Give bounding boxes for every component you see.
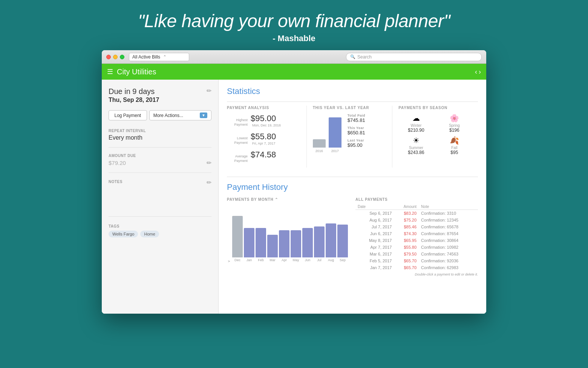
due-section: Due in 9 days Thu, Sep 28, 2017 ✏	[109, 87, 211, 103]
minimize-button[interactable]	[113, 55, 118, 59]
right-panel: Statistics PAYMENT ANALYSIS HighestPayme…	[219, 80, 486, 314]
lowest-amount: $55.80	[251, 132, 276, 142]
amount-due-section: AMOUNT DUE $79.20 ✏	[109, 154, 211, 173]
table-row[interactable]: Sep 6, 2017 $83.20 Confirmation: 3310	[355, 210, 478, 217]
monthly-bars-container: v Dec Jan	[227, 205, 349, 262]
amount-cell: $83.20	[394, 210, 419, 217]
spring-name: Spring	[437, 123, 472, 128]
bar-jun: Jun	[302, 228, 313, 262]
bar-apr: Apr	[279, 230, 289, 262]
summer-icon: ☀	[398, 136, 433, 145]
note-cell: Confirmation: 87654	[419, 230, 478, 237]
amount-cell: $55.80	[394, 244, 419, 251]
edit-due-icon[interactable]: ✏	[207, 87, 211, 94]
nav-title: City Utilities	[117, 68, 156, 76]
table-row[interactable]: Jul 7, 2017 $85.46 Confirmation: 65678	[355, 223, 478, 230]
note-cell: Confirmation: 65678	[419, 223, 478, 230]
sort-icon[interactable]: ⌃	[275, 197, 278, 202]
table-row[interactable]: Aug 6, 2017 $75.20 Confirmation: 12345	[355, 217, 478, 223]
more-actions-button[interactable]: More Actions... ▼	[149, 110, 211, 120]
bar-chart: 2016 2017	[313, 114, 341, 153]
due-info: Due in 9 days Thu, Sep 28, 2017	[109, 87, 159, 103]
bar-dec: Dec	[232, 216, 243, 262]
summer-name: Summer	[398, 146, 433, 150]
table-row[interactable]: May 8, 2017 $65.95 Confirmation: 30864	[355, 237, 478, 244]
summer-amount: $243.86	[398, 150, 433, 155]
note-cell: Confirmation: 12345	[419, 217, 478, 223]
bills-dropdown[interactable]: All Active Bills ⌃	[129, 53, 189, 61]
amount-cell: $65.70	[394, 257, 419, 264]
bar-label-2017: 2017	[329, 149, 341, 153]
table-row[interactable]: Jun 6, 2017 $74.30 Confirmation: 87654	[355, 230, 478, 237]
log-payment-button[interactable]: Log Payment	[109, 110, 147, 120]
spring-icon: 🌸	[437, 114, 472, 123]
search-bar[interactable]: 🔍 Search	[346, 53, 482, 61]
y-axis-v: v	[227, 255, 231, 262]
due-label: Due in 9 days	[109, 87, 159, 96]
lowest-date: Fri, Apr 7, 2017	[252, 142, 276, 145]
average-payment-row: AveragePayment $74.58	[227, 150, 300, 163]
date-cell: Aug 6, 2017	[355, 217, 394, 223]
bar-feb: Feb	[256, 228, 266, 262]
amount-label: AMOUNT DUE	[109, 154, 211, 158]
amount-cell: $85.46	[394, 223, 419, 230]
edit-amount-icon[interactable]: ✏	[207, 159, 211, 166]
highest-label: HighestPayment	[227, 118, 248, 127]
year-vs-year-title: THIS YEAR VS. LAST YEAR	[313, 106, 386, 110]
bar-may: May	[291, 230, 301, 262]
tags-section: TAGS Wells Fargo Home	[109, 224, 211, 237]
table-footer: Double-click a payment to edit or delete…	[355, 273, 478, 276]
amount-cell: $65.70	[394, 264, 419, 271]
bar-2016	[313, 139, 326, 148]
repeat-label: REPEAT INTERVAL	[109, 129, 211, 133]
prev-arrow-icon[interactable]: ‹	[475, 68, 477, 76]
table-row[interactable]: Apr 7, 2017 $55.80 Confirmation: 10982	[355, 244, 478, 251]
quote-text: "Like having your own financial planner"	[138, 11, 450, 31]
tag-home[interactable]: Home	[140, 231, 159, 237]
nav-arrows: ‹ ›	[475, 68, 481, 76]
payment-history-title: Payment History	[227, 182, 478, 192]
next-arrow-icon[interactable]: ›	[479, 68, 481, 76]
amount-cell: $65.95	[394, 237, 419, 244]
winter-icon: ☁	[398, 114, 433, 123]
highest-date: Mon, Dec 19, 2016	[252, 123, 281, 127]
header-amount: Amount	[394, 204, 419, 210]
quote-section: "Like having your own financial planner"…	[138, 0, 450, 50]
hamburger-icon[interactable]: ☰	[107, 68, 113, 75]
total-paid-value: $745.81	[348, 117, 365, 123]
note-cell: Confirmation: 3310	[419, 210, 478, 217]
this-year-label: This Year	[348, 126, 365, 130]
bar-jul: Jul	[314, 226, 325, 262]
close-button[interactable]	[106, 55, 111, 59]
highest-amount: $95.00	[251, 114, 281, 123]
monthly-bars: Dec Jan Feb	[232, 216, 348, 262]
action-buttons: Log Payment More Actions... ▼	[109, 110, 211, 120]
fall-name: Fall	[437, 146, 472, 150]
year-vs-year-col: THIS YEAR VS. LAST YEAR 2016 2017	[313, 106, 393, 168]
note-cell: Confirmation: 92036	[419, 257, 478, 264]
bar-aug: Aug	[326, 223, 336, 262]
tags-label: TAGS	[109, 224, 211, 228]
table-row[interactable]: Mar 6, 2017 $79.50 Confirmation: 74563	[355, 251, 478, 257]
seasons-grid: ☁ Winter $210.90 🌸 Spring $196 ☀ Summer	[398, 114, 472, 155]
amount-value: $79.20	[109, 160, 126, 166]
maximize-button[interactable]	[120, 55, 124, 59]
lowest-value-col: $55.80 Fri, Apr 7, 2017	[251, 132, 276, 145]
bar-label-2016: 2016	[313, 149, 326, 153]
dropdown-label: All Active Bills	[132, 54, 160, 60]
season-spring: 🌸 Spring $196	[437, 114, 472, 133]
table-row[interactable]: Feb 5, 2017 $65.70 Confirmation: 92036	[355, 257, 478, 264]
edit-notes-icon[interactable]: ✏	[207, 179, 211, 186]
date-cell: Jun 6, 2017	[355, 230, 394, 237]
notes-section: NOTES ✏	[109, 179, 211, 217]
table-row[interactable]: Jan 7, 2017 $65.70 Confirmation: 62983	[355, 264, 478, 271]
monthly-chart-area: PAYMENTS BY MONTH ⌃ v Dec	[227, 197, 349, 276]
search-icon: 🔍	[350, 54, 355, 59]
amount-cell: $74.30	[394, 230, 419, 237]
tag-wells-fargo[interactable]: Wells Fargo	[109, 231, 138, 237]
left-panel: Due in 9 days Thu, Sep 28, 2017 ✏ Log Pa…	[102, 80, 219, 314]
title-bar: All Active Bills ⌃ 🔍 Search	[102, 50, 486, 64]
payment-analysis-col: PAYMENT ANALYSIS HighestPayment $95.00 M…	[227, 106, 307, 168]
quote-source: - Mashable	[138, 34, 450, 43]
payments-table-area: ALL PAYMENTS Date Amount Note	[355, 197, 478, 276]
